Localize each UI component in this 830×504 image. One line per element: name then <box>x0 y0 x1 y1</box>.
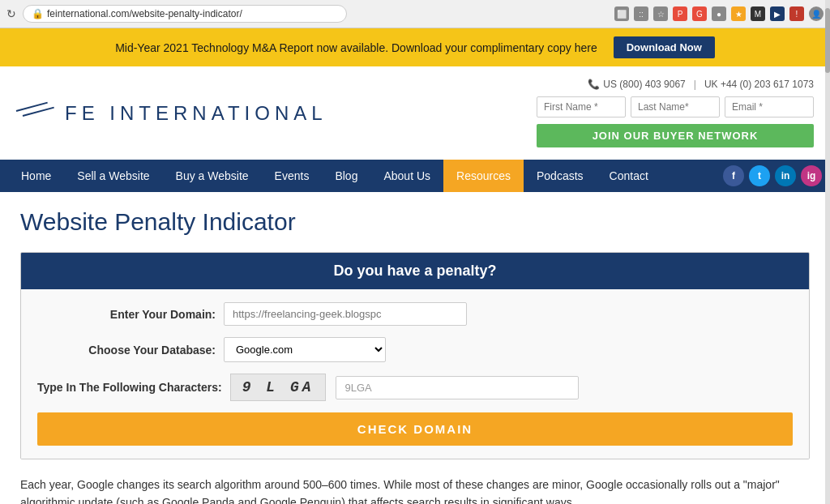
contact-divider: | <box>694 79 696 90</box>
tool-card-header: Do you have a penalty? <box>21 253 809 289</box>
page-title: Website Penalty Indicator <box>20 208 810 236</box>
captcha-label: Type In The Following Characters: <box>37 381 222 394</box>
scrollbar[interactable] <box>825 0 830 504</box>
first-name-field[interactable] <box>537 96 626 117</box>
reload-icon[interactable]: ↻ <box>6 7 16 20</box>
domain-label: Enter Your Domain: <box>37 308 216 321</box>
captcha-field-row: Type In The Following Characters: 9 L GA <box>37 374 793 401</box>
logo-text: FE INTERNATIONAL <box>65 102 327 125</box>
download-now-button[interactable]: Download Now <box>614 36 715 58</box>
logo-area: FE INTERNATIONAL <box>16 102 327 125</box>
logo-lines-icon <box>16 110 55 117</box>
nav-buy-website[interactable]: Buy a Website <box>163 160 262 192</box>
ext-icon-1[interactable]: P <box>673 6 687 21</box>
tool-card-body: Enter Your Domain: Choose Your Database:… <box>21 289 809 459</box>
last-name-field[interactable] <box>631 96 720 117</box>
email-field[interactable] <box>725 96 814 117</box>
facebook-icon[interactable]: f <box>723 165 744 186</box>
ext-icon-2[interactable]: G <box>692 6 707 21</box>
nav-about-us[interactable]: About Us <box>370 160 443 192</box>
ext-icon-7[interactable]: ! <box>789 6 804 21</box>
nav-home[interactable]: Home <box>8 160 64 192</box>
banner-text: Mid-Year 2021 Technology M&A Report now … <box>115 41 597 54</box>
captcha-area: 9 L GA <box>230 374 580 401</box>
contact-us: US (800) 403 9067 <box>603 79 685 90</box>
lock-icon: 🔒 <box>32 8 44 19</box>
linkedin-icon[interactable]: in <box>775 165 796 186</box>
body-text-1: Each year, Google changes its search alg… <box>20 476 810 504</box>
ext-icon-3[interactable]: ● <box>712 6 726 21</box>
grid-icon[interactable]: :: <box>634 6 648 21</box>
nav-podcasts[interactable]: Podcasts <box>524 160 597 192</box>
main-navigation: Home Sell a Website Buy a Website Events… <box>0 160 830 192</box>
nav-blog[interactable]: Blog <box>322 160 370 192</box>
signup-form-row <box>537 96 814 117</box>
url-text: feinternational.com/website-penalty-indi… <box>47 8 242 19</box>
database-select[interactable]: Google.com Google.co.uk Google.com.au <box>224 337 386 362</box>
profile-icon[interactable]: 👤 <box>809 6 824 21</box>
star-icon[interactable]: ☆ <box>653 6 668 21</box>
contact-info: 📞 US (800) 403 9067 | UK +44 (0) 203 617… <box>588 79 814 90</box>
check-domain-button[interactable]: CHECK DOMAIN <box>37 412 793 446</box>
browser-icons: ⬜ :: ☆ P G ● ★ M ▶ ! 👤 <box>614 6 824 21</box>
twitter-icon[interactable]: t <box>749 165 770 186</box>
database-label: Choose Your Database: <box>37 344 216 357</box>
address-bar[interactable]: 🔒 feinternational.com/website-penalty-in… <box>23 5 347 23</box>
browser-chrome: ↻ 🔒 feinternational.com/website-penalty-… <box>0 0 830 28</box>
join-buyer-network-button[interactable]: JOIN OUR BUYER NETWORK <box>537 124 814 147</box>
cast-icon[interactable]: ⬜ <box>614 6 629 21</box>
captcha-input[interactable] <box>336 376 579 399</box>
ext-icon-4[interactable]: ★ <box>731 6 746 21</box>
scrollbar-thumb[interactable] <box>825 8 830 73</box>
contact-uk: UK +44 (0) 203 617 1073 <box>704 79 814 90</box>
social-icons: f t in ig <box>723 165 822 186</box>
header-right: 📞 US (800) 403 9067 | UK +44 (0) 203 617… <box>537 79 814 147</box>
phone-icon: 📞 <box>588 79 600 90</box>
nav-resources[interactable]: Resources <box>443 160 524 192</box>
nav-events[interactable]: Events <box>262 160 323 192</box>
penalty-tool-card: Do you have a penalty? Enter Your Domain… <box>20 252 810 459</box>
ext-icon-5[interactable]: M <box>751 6 765 21</box>
nav-sell-website[interactable]: Sell a Website <box>64 160 162 192</box>
top-banner: Mid-Year 2021 Technology M&A Report now … <box>0 28 830 66</box>
site-header: FE INTERNATIONAL 📞 US (800) 403 9067 | U… <box>0 66 830 160</box>
instagram-icon[interactable]: ig <box>801 165 822 186</box>
domain-field-row: Enter Your Domain: <box>37 302 793 326</box>
database-field-row: Choose Your Database: Google.com Google.… <box>37 337 793 362</box>
ext-icon-6[interactable]: ▶ <box>770 6 785 21</box>
nav-contact[interactable]: Contact <box>597 160 661 192</box>
domain-input[interactable] <box>224 302 467 326</box>
main-content: Website Penalty Indicator Do you have a … <box>0 192 830 504</box>
captcha-image: 9 L GA <box>230 374 327 401</box>
